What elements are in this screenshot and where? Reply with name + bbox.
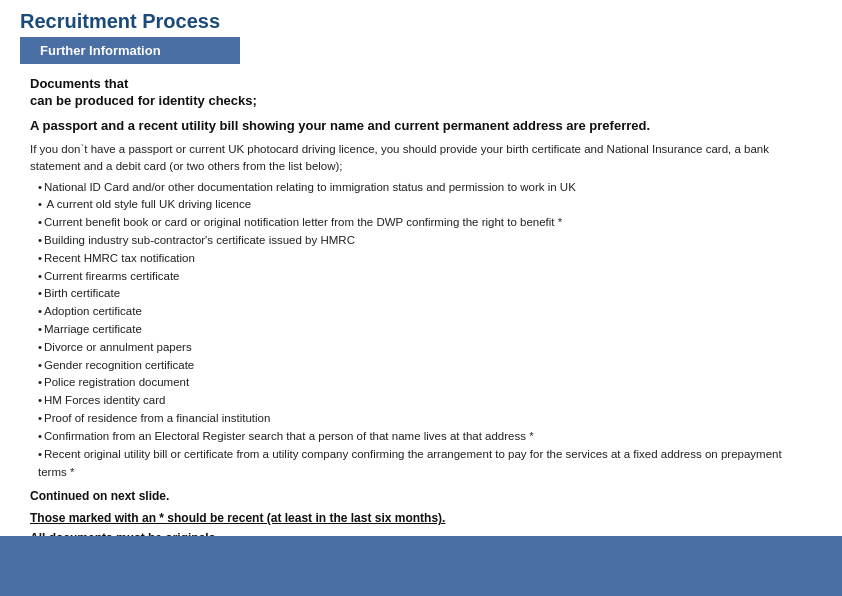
- list-item: Current firearms certificate: [30, 268, 812, 286]
- list-item: A current old style full UK driving lice…: [30, 196, 812, 214]
- page-wrapper: Recruitment Process Further Information …: [0, 0, 842, 596]
- list-item: National ID Card and/or other documentat…: [30, 179, 812, 197]
- content-area: Documents that can be produced for ident…: [0, 64, 842, 558]
- sub-header-label: Further Information: [20, 37, 240, 64]
- list-item: Current benefit book or card or original…: [30, 214, 812, 232]
- list-item: Proof of residence from a financial inst…: [30, 410, 812, 428]
- page-title: Recruitment Process: [0, 0, 842, 37]
- list-item: Building industry sub-contractor's certi…: [30, 232, 812, 250]
- list-item: Divorce or annulment papers: [30, 339, 812, 357]
- list-item: Recent original utility bill or certific…: [30, 446, 812, 482]
- list-item: Birth certificate: [30, 285, 812, 303]
- list-item: Marriage certificate: [30, 321, 812, 339]
- list-item: Police registration document: [30, 374, 812, 392]
- list-item: Recent HMRC tax notification: [30, 250, 812, 268]
- continued-text: Continued on next slide.: [30, 489, 812, 503]
- list-item: Gender recognition certificate: [30, 357, 812, 375]
- list-item: Adoption certificate: [30, 303, 812, 321]
- intro-paragraph: If you don`t have a passport or current …: [30, 141, 812, 176]
- section-title-line1: Documents that: [30, 76, 812, 91]
- footer-note-line1: Those marked with an * should be recent …: [30, 509, 812, 528]
- documents-list: National ID Card and/or other documentat…: [30, 179, 812, 482]
- preferred-line: A passport and a recent utility bill sho…: [30, 118, 812, 133]
- bottom-bar: [0, 536, 842, 596]
- section-title-line2: can be produced for identity checks;: [30, 93, 812, 108]
- list-item: HM Forces identity card: [30, 392, 812, 410]
- list-item: Confirmation from an Electoral Register …: [30, 428, 812, 446]
